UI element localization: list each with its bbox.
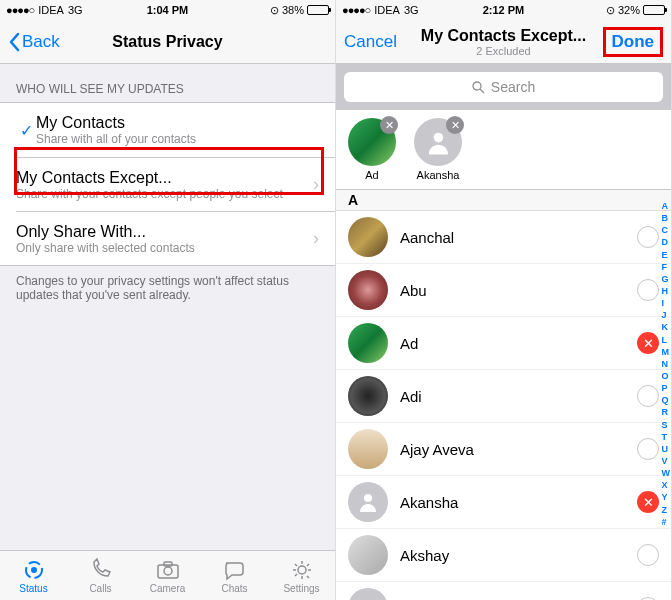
index-letter[interactable]: Y	[662, 491, 671, 503]
remove-icon[interactable]: ✕	[380, 116, 398, 134]
status-bar: ●●●●○ IDEA 3G 2:12 PM ⊙ 32%	[336, 0, 671, 20]
option-title: My Contacts	[36, 114, 319, 132]
contact-row[interactable]: Ad✕	[336, 317, 671, 370]
page-title: Status Privacy	[112, 33, 222, 51]
done-button[interactable]: Done	[603, 27, 664, 57]
chevron-right-icon: ›	[313, 228, 319, 249]
battery-pct-label: 32%	[618, 4, 640, 16]
select-circle[interactable]	[637, 226, 659, 248]
signal-dots-icon: ●●●●○	[342, 4, 370, 16]
search-wrap: Search	[336, 64, 671, 110]
index-letter[interactable]: Z	[662, 504, 671, 516]
contact-row[interactable]: Akansha✕	[336, 476, 671, 529]
contact-row[interactable]: Abu	[336, 264, 671, 317]
battery-icon	[307, 5, 329, 15]
selected-contact[interactable]: ✕ Ad	[348, 118, 396, 181]
contact-row[interactable]: Akshay Delhi	[336, 582, 671, 600]
carrier-label: IDEA	[38, 4, 64, 16]
index-letter[interactable]: W	[662, 467, 671, 479]
svg-point-3	[164, 567, 172, 575]
back-button[interactable]: Back	[8, 32, 60, 52]
contact-row[interactable]: Akshay	[336, 529, 671, 582]
nav-bar: Cancel My Contacts Except... 2 Excluded …	[336, 20, 671, 64]
select-circle[interactable]	[637, 279, 659, 301]
index-letter[interactable]: S	[662, 419, 671, 431]
option-title: Only Share With...	[16, 223, 313, 241]
tab-settings[interactable]: Settings	[268, 551, 335, 600]
camera-icon	[155, 558, 181, 582]
search-placeholder: Search	[491, 79, 535, 95]
index-letter[interactable]: T	[662, 431, 671, 443]
footer-note: Changes to your privacy settings won't a…	[0, 266, 335, 310]
selected-contact[interactable]: ✕ Akansha	[414, 118, 462, 181]
index-letter[interactable]: C	[662, 224, 671, 236]
select-circle[interactable]	[637, 385, 659, 407]
index-letter[interactable]: P	[662, 382, 671, 394]
option-my-contacts-except[interactable]: My Contacts Except... Share with your co…	[16, 157, 335, 211]
battery-icon	[643, 5, 665, 15]
index-letter[interactable]: H	[662, 285, 671, 297]
svg-point-1	[31, 567, 37, 573]
status-privacy-screen: ●●●●○ IDEA 3G 1:04 PM ⊙ 38% Back Status …	[0, 0, 336, 600]
nav-bar: Back Status Privacy	[0, 20, 335, 64]
alpha-index-bar[interactable]: ABCDEFGHIJKLMNOPQRSTUVWXYZ#	[662, 200, 671, 528]
tab-status[interactable]: Status	[0, 551, 67, 600]
index-letter[interactable]: G	[662, 273, 671, 285]
contact-name: Akansha	[400, 494, 625, 511]
option-my-contacts[interactable]: ✓ My Contacts Share with all of your con…	[0, 103, 335, 157]
index-letter[interactable]: U	[662, 443, 671, 455]
done-label: Done	[612, 32, 655, 52]
contact-row[interactable]: Adi	[336, 370, 671, 423]
index-letter[interactable]: B	[662, 212, 671, 224]
contacts-list[interactable]: AanchalAbuAd✕AdiAjay AvevaAkansha✕Akshay…	[336, 211, 671, 600]
alarm-icon: ⊙	[606, 4, 615, 17]
avatar	[348, 217, 388, 257]
index-letter[interactable]: J	[662, 309, 671, 321]
svg-rect-4	[164, 562, 172, 566]
index-letter[interactable]: N	[662, 358, 671, 370]
contact-name: Ajay Aveva	[400, 441, 625, 458]
svg-line-7	[480, 89, 484, 93]
contact-row[interactable]: Aanchal	[336, 211, 671, 264]
search-input[interactable]: Search	[344, 72, 663, 102]
contact-name: Aanchal	[400, 229, 625, 246]
contact-name: Abu	[400, 282, 625, 299]
index-letter[interactable]: M	[662, 346, 671, 358]
avatar	[348, 482, 388, 522]
index-letter[interactable]: D	[662, 236, 671, 248]
index-letter[interactable]: K	[662, 321, 671, 333]
index-letter[interactable]: Q	[662, 394, 671, 406]
index-letter[interactable]: #	[662, 516, 671, 528]
chats-icon	[222, 558, 248, 582]
remove-icon[interactable]: ✕	[446, 116, 464, 134]
cancel-button[interactable]: Cancel	[344, 32, 397, 52]
tab-chats[interactable]: Chats	[201, 551, 268, 600]
section-header: WHO WILL SEE MY UPDATES	[0, 64, 335, 102]
option-only-share-with[interactable]: Only Share With... Only share with selec…	[16, 211, 335, 265]
index-letter[interactable]: O	[662, 370, 671, 382]
tab-calls[interactable]: Calls	[67, 551, 134, 600]
tab-label: Calls	[89, 583, 111, 594]
tab-label: Camera	[150, 583, 186, 594]
select-circle[interactable]	[637, 544, 659, 566]
privacy-options-list: ✓ My Contacts Share with all of your con…	[0, 102, 335, 266]
chevron-left-icon	[8, 32, 20, 52]
contact-name: Akansha	[417, 169, 460, 181]
clock-label: 2:12 PM	[483, 4, 525, 16]
index-letter[interactable]: X	[662, 479, 671, 491]
index-letter[interactable]: R	[662, 406, 671, 418]
contact-row[interactable]: Ajay Aveva	[336, 423, 671, 476]
contact-name: Akshay	[400, 547, 625, 564]
page-subtitle: 2 Excluded	[421, 45, 586, 57]
deselect-icon[interactable]: ✕	[637, 332, 659, 354]
index-letter[interactable]: E	[662, 249, 671, 261]
gear-icon	[289, 558, 315, 582]
deselect-icon[interactable]: ✕	[637, 491, 659, 513]
index-letter[interactable]: V	[662, 455, 671, 467]
index-letter[interactable]: L	[662, 334, 671, 346]
index-letter[interactable]: I	[662, 297, 671, 309]
select-circle[interactable]	[637, 438, 659, 460]
index-letter[interactable]: A	[662, 200, 671, 212]
index-letter[interactable]: F	[662, 261, 671, 273]
tab-camera[interactable]: Camera	[134, 551, 201, 600]
